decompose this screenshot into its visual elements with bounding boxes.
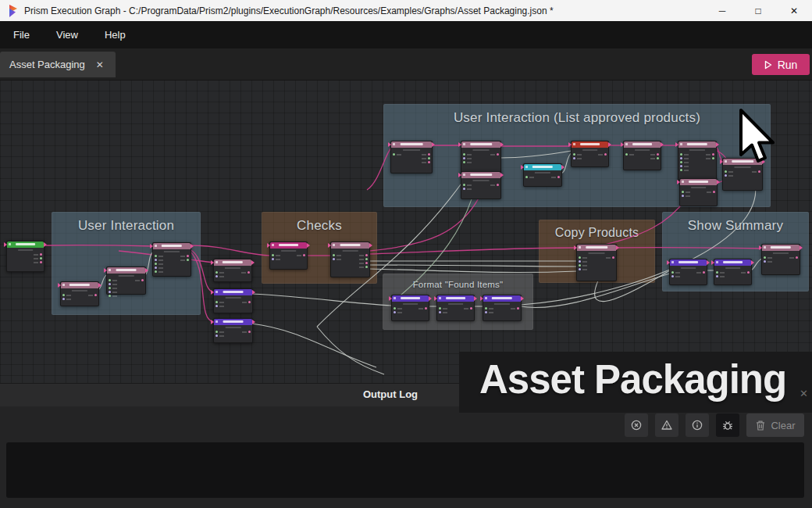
close-button[interactable]: ✕ (776, 0, 812, 21)
warning-filter-button[interactable] (655, 413, 678, 437)
prism-logo-icon (8, 5, 18, 17)
info-circle-icon (691, 419, 703, 431)
warning-triangle-icon (661, 419, 673, 431)
run-button[interactable]: Run (752, 54, 810, 75)
window-title: Prism Execution Graph - C:/ProgramData/P… (24, 5, 554, 16)
mouse-cursor (739, 108, 778, 166)
app-window: Prism Execution Graph - C:/ProgramData/P… (0, 0, 812, 508)
log-toolbar: Clear (625, 413, 804, 437)
graph-canvas[interactable] (0, 80, 812, 383)
titlebar: Prism Execution Graph - C:/ProgramData/P… (0, 0, 812, 21)
menu-help[interactable]: Help (91, 21, 139, 48)
clear-log-button[interactable]: Clear (746, 413, 804, 437)
menubar: File View Help (0, 21, 812, 48)
bug-icon (721, 419, 734, 431)
error-filter-button[interactable] (625, 413, 648, 437)
maximize-button[interactable]: □ (740, 0, 776, 21)
tabbar: Asset Packaging ✕ Run (0, 48, 812, 80)
tab-label: Asset Packaging (9, 59, 85, 70)
circle-x-icon (630, 419, 643, 431)
minimize-button[interactable]: ─ (704, 0, 740, 21)
clear-label: Clear (771, 420, 795, 431)
overlay-title: Asset Packaging (479, 356, 786, 402)
info-filter-button[interactable] (686, 413, 709, 437)
trash-icon (755, 420, 766, 431)
log-output (6, 442, 804, 498)
menu-file[interactable]: File (0, 21, 43, 48)
tab-asset-packaging[interactable]: Asset Packaging ✕ (0, 52, 116, 77)
menu-view[interactable]: View (43, 21, 91, 48)
tab-close-icon[interactable]: ✕ (96, 59, 104, 70)
debug-filter-button[interactable] (716, 413, 739, 437)
run-label: Run (778, 59, 798, 71)
overlay-close-icon[interactable]: ✕ (800, 388, 808, 399)
window-controls: ─ □ ✕ (704, 0, 812, 21)
play-icon (764, 60, 772, 70)
title-card-overlay: Asset Packaging ✕ (459, 352, 812, 413)
